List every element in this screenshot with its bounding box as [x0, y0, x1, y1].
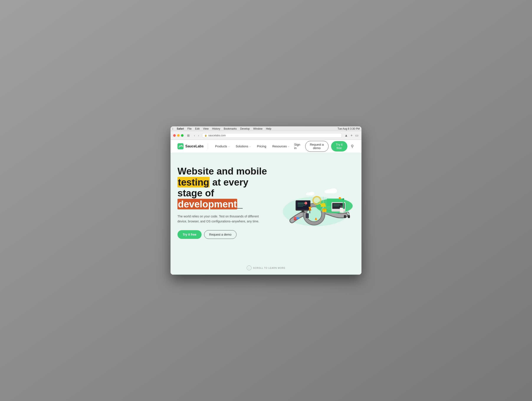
scroll-down-icon: ↓ [247, 265, 252, 270]
svg-rect-8 [296, 201, 310, 209]
products-chevron-icon: ⌄ [228, 145, 230, 147]
develop-menu[interactable]: Develop [240, 127, 250, 130]
fullscreen-button[interactable] [181, 134, 184, 137]
hero-try-free-button[interactable]: Try it free [177, 230, 202, 239]
nav-divider [208, 143, 208, 149]
signin-link[interactable]: Sign in [292, 142, 303, 151]
svg-point-33 [309, 192, 314, 196]
hero-highlight-development: development [177, 199, 237, 209]
scroll-indicator: ↓ SCROLL TO LEARN MORE [171, 261, 361, 275]
back-button[interactable]: ‹ [193, 133, 196, 138]
help-menu[interactable]: Help [266, 127, 272, 130]
nav-controls: ‹ › [193, 133, 200, 138]
history-menu[interactable]: History [212, 127, 220, 130]
apple-menu[interactable]:  [172, 127, 173, 130]
mac-menubar:  Safari File Edit View History Bookmark… [171, 126, 361, 131]
svg-rect-39 [296, 217, 299, 219]
nav-solutions[interactable]: Solutions ⌄ [233, 143, 254, 149]
hero-subtitle: The world relies on your code. Test on t… [177, 214, 260, 224]
svg-point-53 [339, 197, 341, 199]
svg-rect-47 [306, 214, 308, 217]
hero-request-demo-button[interactable]: Request a demo [204, 230, 236, 239]
search-button[interactable]: ⚲ [350, 143, 355, 149]
traffic-lights [173, 134, 184, 137]
svg-rect-35 [344, 215, 346, 218]
hero-content: Website and mobile testing at every stag… [177, 166, 269, 239]
duplicate-tab-button[interactable]: ▭ [355, 133, 359, 138]
url-bar[interactable]: 🔒 saucelabs.com [202, 133, 342, 138]
nav-items: Products ⌄ Solutions ⌄ Pricing Resources… [212, 143, 292, 149]
website-content: SauceLabs Products ⌄ Solutions ⌄ Pricing… [171, 140, 361, 275]
share-button[interactable]: ▲ [344, 133, 348, 138]
hero-buttons: Try it free Request a demo [177, 230, 269, 239]
url-text: saucelabs.com [208, 134, 226, 137]
browser-chrome: ▩ ‹ › 🔒 saucelabs.com ▲ + ▭ [171, 131, 361, 140]
edit-menu[interactable]: Edit [195, 127, 200, 130]
hero-illustration [277, 166, 355, 235]
nav-right: Sign in Request a demo Try it free ⚲ [292, 141, 355, 152]
svg-point-1 [178, 147, 179, 147]
solutions-chevron-icon: ⌄ [249, 145, 251, 147]
browser-action-buttons: ▲ + ▭ [344, 133, 359, 138]
safari-menu[interactable]: Safari [177, 127, 184, 130]
svg-rect-38 [294, 219, 296, 220]
try-free-button-nav[interactable]: Try it free [331, 141, 347, 152]
bookmarks-menu[interactable]: Bookmarks [224, 127, 237, 130]
hero-title-cursor: _ [237, 199, 242, 209]
svg-point-31 [325, 190, 331, 194]
hero-title: Website and mobile testing at every stag… [177, 166, 269, 210]
svg-rect-55 [315, 220, 317, 220]
svg-rect-51 [343, 200, 344, 209]
close-button[interactable] [173, 134, 176, 137]
mac-window:  Safari File Edit View History Bookmark… [171, 126, 361, 275]
svg-marker-26 [320, 203, 326, 207]
hero-title-line1: Website and mobile [177, 166, 267, 176]
svg-rect-14 [302, 211, 304, 212]
svg-rect-15 [300, 212, 305, 213]
hero-title-line3: stage of [177, 188, 214, 198]
hero-svg [277, 171, 355, 230]
request-demo-button[interactable]: Request a demo [305, 141, 329, 152]
nav-resources[interactable]: Resources ⌄ [270, 143, 292, 149]
svg-point-23 [314, 197, 320, 204]
lock-icon: 🔒 [204, 134, 207, 136]
logo-text: SauceLabs [185, 144, 203, 148]
window-menu[interactable]: Window [253, 127, 263, 130]
file-menu[interactable]: File [187, 127, 192, 130]
logo-icon [177, 143, 184, 149]
hero-section: Website and mobile testing at every stag… [171, 153, 361, 261]
resources-chevron-icon: ⌄ [288, 145, 289, 147]
menubar-time: Tue Aug 8 3:30 PM [338, 127, 360, 130]
hero-title-line2: at every [209, 177, 248, 187]
forward-button[interactable]: › [197, 133, 200, 138]
logo-link[interactable]: SauceLabs [177, 143, 203, 149]
svg-point-52 [342, 198, 344, 200]
svg-rect-36 [348, 215, 350, 218]
svg-point-50 [306, 202, 307, 203]
view-menu[interactable]: View [203, 127, 209, 130]
minimize-button[interactable] [177, 134, 180, 137]
navbar: SauceLabs Products ⌄ Solutions ⌄ Pricing… [171, 140, 361, 153]
svg-rect-37 [294, 217, 296, 219]
new-tab-button[interactable]: + [350, 133, 353, 138]
nav-pricing[interactable]: Pricing [254, 143, 269, 149]
sidebar-button[interactable]: ▩ [186, 133, 191, 137]
hero-highlight-testing: testing [177, 177, 209, 187]
svg-point-48 [307, 217, 307, 218]
nav-products[interactable]: Products ⌄ [212, 143, 232, 149]
scroll-label: SCROLL TO LEARN MORE [253, 267, 285, 269]
